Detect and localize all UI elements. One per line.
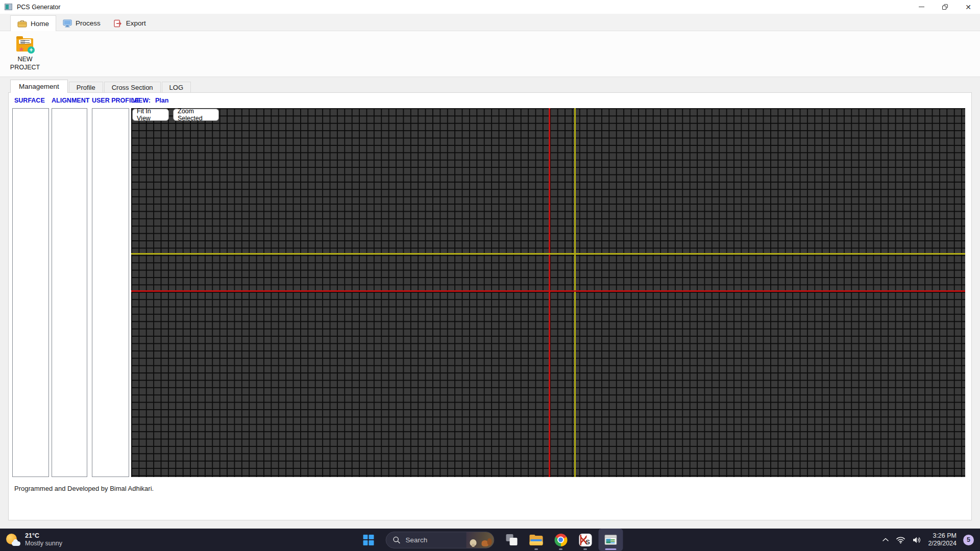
system-tray: 3:26 PM 2/29/2024 5 bbox=[882, 529, 974, 551]
view-label: VIEW: bbox=[132, 97, 151, 104]
new-project-label-line2: PROJECT bbox=[10, 63, 40, 71]
ribbon-body: ★ + NEW PROJECT bbox=[0, 31, 980, 77]
minimize-button[interactable] bbox=[910, 0, 933, 14]
wifi-icon bbox=[896, 536, 905, 544]
ks-app-icon: S bbox=[579, 534, 592, 546]
restore-icon bbox=[942, 4, 948, 10]
weather-text: 21°C Mostly sunny bbox=[25, 532, 62, 547]
view-mode-value: Plan bbox=[155, 97, 168, 104]
window-title: PCS Generator bbox=[17, 4, 60, 11]
document-tab-strip: Management Profile Cross Section LOG bbox=[10, 80, 192, 93]
search-placeholder: Search bbox=[406, 536, 428, 544]
view-label-group: VIEW:Plan bbox=[132, 97, 168, 104]
ribbon-tab-home[interactable]: Home bbox=[10, 15, 56, 31]
user-profile-listbox[interactable] bbox=[92, 108, 129, 477]
axis-horizontal-yellow-line bbox=[131, 253, 965, 255]
clock[interactable]: 3:26 PM 2/29/2024 bbox=[928, 532, 957, 547]
crosshair-horizontal-red-line bbox=[131, 290, 965, 292]
briefcase-icon bbox=[17, 20, 27, 28]
chrome-button[interactable] bbox=[550, 529, 572, 551]
window-controls: ✕ bbox=[910, 0, 980, 14]
zoom-selected-button[interactable]: Zoom Selected bbox=[173, 109, 219, 121]
active-app-indicator bbox=[605, 548, 617, 550]
ribbon-tab-process[interactable]: Process bbox=[56, 16, 107, 31]
search-highlight-image[interactable] bbox=[467, 532, 494, 548]
monitor-icon bbox=[63, 19, 72, 28]
close-icon: ✕ bbox=[965, 4, 971, 11]
running-indicator bbox=[559, 548, 562, 550]
taskbar-center: Search S bbox=[357, 529, 623, 551]
tab-cross-section[interactable]: Cross Section bbox=[104, 82, 161, 93]
wifi-button[interactable] bbox=[896, 536, 905, 544]
panel-label-row: SURFACE ALIGNMENT USER PROFILE VIEW:Plan bbox=[9, 97, 971, 106]
fit-in-view-button[interactable]: Fit In View bbox=[132, 109, 169, 121]
new-project-folder-icon: ★ + bbox=[15, 35, 35, 54]
close-button[interactable]: ✕ bbox=[957, 0, 980, 14]
plan-view-canvas[interactable]: Fit In View Zoom Selected bbox=[131, 108, 965, 477]
app-icon bbox=[5, 4, 12, 10]
ribbon-tab-label: Export bbox=[126, 19, 146, 27]
plus-badge-icon: + bbox=[28, 46, 35, 54]
ribbon-tab-label: Home bbox=[31, 20, 49, 28]
star-icon: ★ bbox=[18, 46, 24, 53]
pcs-generator-taskbar-button[interactable] bbox=[599, 529, 623, 551]
volume-button[interactable] bbox=[912, 536, 921, 544]
ks-app-icon-letter: S bbox=[585, 538, 590, 546]
chrome-icon bbox=[554, 534, 567, 546]
restore-button[interactable] bbox=[933, 0, 957, 14]
ribbon-tab-export[interactable]: Export bbox=[107, 16, 153, 31]
new-project-label-line1: NEW bbox=[10, 55, 40, 63]
running-indicator bbox=[583, 548, 587, 550]
clock-date: 2/29/2024 bbox=[928, 540, 957, 547]
new-project-button[interactable]: ★ + NEW PROJECT bbox=[7, 35, 43, 71]
file-explorer-icon bbox=[530, 535, 543, 545]
minimize-icon bbox=[919, 7, 924, 8]
taskbar: 21°C Mostly sunny Search bbox=[0, 529, 980, 551]
ks-app-button[interactable]: S bbox=[574, 529, 597, 551]
crosshair-vertical-red-line bbox=[549, 108, 550, 477]
weather-condition: Mostly sunny bbox=[25, 540, 62, 547]
credit-text: Programmed and Developed by Bimal Adhika… bbox=[14, 485, 154, 492]
tab-log[interactable]: LOG bbox=[162, 82, 191, 93]
start-button[interactable] bbox=[357, 529, 380, 551]
export-icon bbox=[114, 19, 122, 28]
surface-listbox[interactable] bbox=[12, 108, 49, 477]
alignment-label: ALIGNMENT bbox=[52, 97, 89, 104]
alignment-listbox[interactable] bbox=[52, 108, 87, 477]
title-bar: PCS Generator ✕ bbox=[0, 0, 980, 14]
notification-badge[interactable]: 5 bbox=[963, 535, 974, 545]
search-box[interactable]: Search bbox=[386, 532, 495, 548]
running-indicator bbox=[534, 548, 538, 550]
chevron-up-icon bbox=[882, 537, 889, 542]
weather-temperature: 21°C bbox=[25, 532, 62, 540]
ribbon-tab-strip: Home Process Export bbox=[0, 14, 980, 31]
speaker-icon bbox=[912, 536, 921, 544]
windows-logo-icon bbox=[363, 535, 374, 545]
management-tab-page: SURFACE ALIGNMENT USER PROFILE VIEW:Plan… bbox=[8, 92, 972, 520]
weather-widget[interactable]: 21°C Mostly sunny bbox=[6, 529, 62, 551]
tab-profile[interactable]: Profile bbox=[69, 82, 103, 93]
tab-management[interactable]: Management bbox=[10, 80, 68, 93]
app-window: PCS Generator ✕ Home Proce bbox=[0, 0, 980, 529]
file-explorer-button[interactable] bbox=[525, 529, 548, 551]
mostly-sunny-icon bbox=[6, 533, 20, 546]
search-icon bbox=[393, 536, 401, 544]
ribbon-tab-label: Process bbox=[76, 19, 101, 27]
task-view-icon bbox=[506, 534, 518, 545]
task-view-button[interactable] bbox=[501, 529, 523, 551]
hidden-icons-button[interactable] bbox=[882, 537, 889, 542]
pcs-generator-app-icon bbox=[605, 535, 617, 545]
surface-label: SURFACE bbox=[14, 97, 45, 104]
clock-time: 3:26 PM bbox=[928, 532, 957, 540]
axis-vertical-yellow-line bbox=[574, 108, 576, 477]
